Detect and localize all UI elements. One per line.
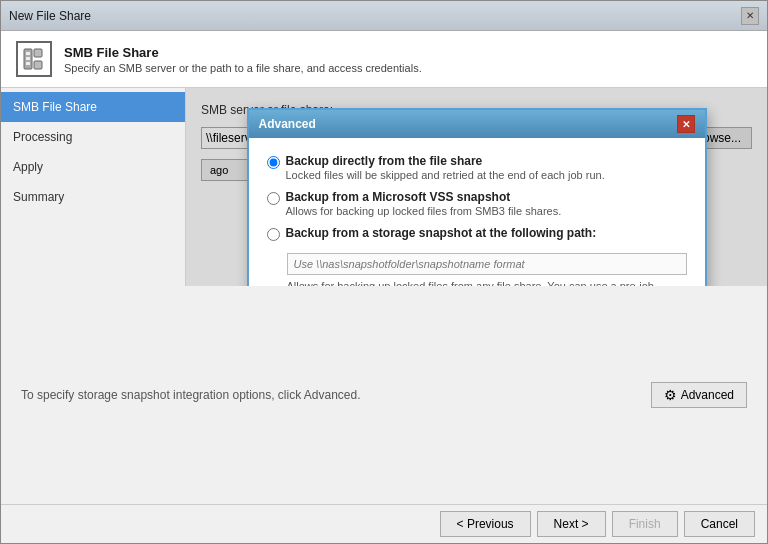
radio-row-direct: Backup directly from the file share Lock… — [267, 154, 687, 182]
header-title: SMB File Share — [64, 45, 422, 60]
header-description: Specify an SMB server or the path to a f… — [64, 62, 422, 74]
advanced-button[interactable]: ⚙ Advanced — [651, 382, 747, 408]
radio-backup-vss[interactable] — [267, 192, 280, 205]
sidebar-item-summary[interactable]: Summary — [1, 182, 185, 212]
svg-rect-4 — [34, 49, 42, 57]
modal-title-bar: Advanced ✕ — [249, 110, 705, 138]
radio-label-vss: Backup from a Microsoft VSS snapshot All… — [286, 190, 562, 218]
sidebar: SMB File Share Processing Apply Summary — [1, 88, 186, 286]
main-window: New File Share ✕ SMB File Share Specify … — [0, 0, 768, 544]
radio-label-direct: Backup directly from the file share Lock… — [286, 154, 605, 182]
modal-title: Advanced — [259, 117, 316, 131]
content-area: SMB server or file share: Browse... ago … — [186, 88, 767, 286]
svg-rect-3 — [26, 62, 30, 65]
svg-rect-2 — [26, 57, 30, 60]
window-title: New File Share — [9, 9, 91, 23]
sidebar-item-processing[interactable]: Processing — [1, 122, 185, 152]
finish-button[interactable]: Finish — [612, 511, 678, 537]
previous-button[interactable]: < Previous — [440, 511, 531, 537]
modal-close-button[interactable]: ✕ — [677, 115, 695, 133]
header-text: SMB File Share Specify an SMB server or … — [64, 45, 422, 74]
sidebar-item-apply[interactable]: Apply — [1, 152, 185, 182]
radio-label-storage: Backup from a storage snapshot at the fo… — [286, 226, 597, 240]
radio-backup-direct[interactable] — [267, 156, 280, 169]
radio-backup-storage[interactable] — [267, 228, 280, 241]
radio-row-vss: Backup from a Microsoft VSS snapshot All… — [267, 190, 687, 218]
modal-overlay: Advanced ✕ Backup directly from the file… — [186, 88, 767, 286]
storage-hint-bar: To specify storage snapshot integration … — [1, 286, 767, 504]
cancel-button[interactable]: Cancel — [684, 511, 755, 537]
snapshot-hint: Allows for backing up locked files from … — [287, 279, 687, 286]
modal-body: Backup directly from the file share Lock… — [249, 138, 705, 286]
sidebar-item-smb-file-share[interactable]: SMB File Share — [1, 92, 185, 122]
header-area: SMB File Share Specify an SMB server or … — [1, 31, 767, 88]
title-bar: New File Share ✕ — [1, 1, 767, 31]
gear-icon: ⚙ — [664, 387, 677, 403]
svg-rect-1 — [26, 52, 30, 55]
snapshot-path-input[interactable] — [287, 253, 687, 275]
main-content: SMB File Share Processing Apply Summary … — [1, 88, 767, 286]
smb-file-share-icon — [16, 41, 52, 77]
svg-rect-5 — [34, 61, 42, 69]
advanced-modal: Advanced ✕ Backup directly from the file… — [247, 108, 707, 286]
next-button[interactable]: Next > — [537, 511, 606, 537]
radio-row-storage: Backup from a storage snapshot at the fo… — [267, 226, 687, 241]
nav-buttons: < Previous Next > Finish Cancel — [1, 504, 767, 543]
advanced-button-label: Advanced — [681, 388, 734, 402]
storage-hint-text: To specify storage snapshot integration … — [21, 388, 361, 402]
window-close-button[interactable]: ✕ — [741, 7, 759, 25]
